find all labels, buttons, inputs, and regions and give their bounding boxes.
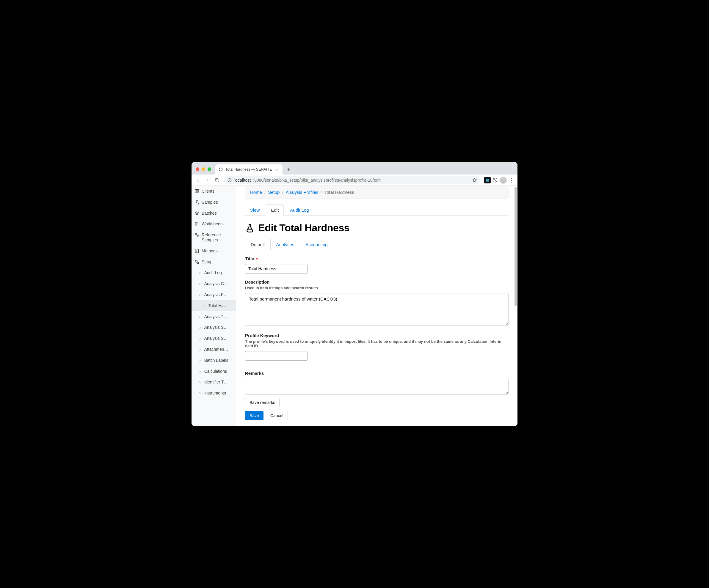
sidebar-subitem-attachment-types[interactable]: ›Attachmen… [191,344,236,355]
address-bar[interactable]: localhost:8080/senaite/bika_setup/bika_a… [224,176,480,184]
window-controls [194,167,213,175]
sidebar-item-label: Analysis P… [204,292,228,297]
sidebar-item-label: Clients [202,189,214,194]
batches-icon [194,211,199,215]
tab-favicon [218,167,223,172]
browser-window: Total Hardness — SENAITE × + localhost:8… [191,162,518,426]
profile-avatar[interactable] [500,177,507,184]
remarks-textarea[interactable] [245,379,508,395]
chevron-right-icon: › [199,369,201,374]
chevron-right-icon: › [199,314,201,319]
save-remarks-button[interactable]: Save remarks [245,398,280,407]
sidebar-item-label: Samples [202,200,218,205]
svg-point-11 [196,191,196,191]
profile-keyword-input[interactable] [245,351,308,360]
extension-react-icon[interactable] [484,177,491,183]
sidebar-item-label: Worksheets [202,221,224,226]
sidebar-subitem-analysis-templates[interactable]: ›Analysis T… [191,311,236,322]
sidebar-item-batches[interactable]: Batches [191,208,236,219]
svg-marker-0 [219,168,222,171]
bookmark-star-icon[interactable] [472,178,477,183]
field-label-text: Profile Keyword [245,333,279,338]
cancel-button[interactable]: Cancel [266,411,288,420]
breadcrumb-separator: / [282,190,283,195]
field-remarks: Remarks Save remarks [245,371,508,407]
sidebar-item-samples[interactable]: Samples [191,197,236,208]
form-actions: Save Cancel [245,411,508,420]
sidebar-item-clients[interactable]: Clients [191,186,236,197]
window-close-button[interactable] [196,167,199,171]
sidebar-subitem-analysis-profiles[interactable]: ›Analysis P… [191,289,236,300]
breadcrumb-home[interactable]: Home [250,190,262,195]
tab-close-button[interactable]: × [274,167,280,172]
breadcrumb-setup[interactable]: Setup [268,190,280,195]
field-title: Title ■ [245,256,508,273]
chevron-right-icon: › [199,336,201,341]
sidebar-subitem-total-hardness[interactable]: ›Total Ha… [191,300,236,311]
sidebar-item-methods[interactable]: Methods [191,245,236,257]
sidebar-item-setup[interactable]: Setup [191,257,236,268]
tab-view[interactable]: View [245,204,265,215]
sidebar-subitem-analysis-categories[interactable]: ›Analysis C… [191,278,236,289]
tab-title: Total Hardness — SENAITE [226,167,272,171]
chevron-right-icon: › [199,281,201,286]
setup-icon [194,260,199,264]
sidebar-subitem-analysis-services[interactable]: ›Analysis S… [191,322,236,333]
browser-tab[interactable]: Total Hardness — SENAITE × [215,164,283,175]
forward-button[interactable] [204,176,212,184]
reference-samples-icon [194,233,199,237]
window-minimize-button[interactable] [202,167,205,171]
sidebar-subitem-identifier-types[interactable]: ›Identifier T… [191,377,236,387]
object-tabs: View Edit Audit Log [245,204,508,215]
sidebar-item-label: Analysis C… [204,281,228,286]
reload-button[interactable] [213,176,221,184]
chevron-right-icon: › [199,270,201,275]
subtab-accounting[interactable]: Accounting [300,239,333,250]
sidebar-subitem-calculations[interactable]: ›Calculations [191,366,236,377]
sidebar-item-label: Calculations [204,369,227,374]
app-body: Clients Samples Batches Worksheets Refer… [191,186,518,426]
field-profile-keyword: Profile Keyword The profile's keyword is… [245,333,508,360]
sidebar-item-label: Reference Samples [202,233,233,243]
new-tab-button[interactable]: + [284,165,293,173]
sidebar-subitem-batch-labels[interactable]: ›Batch Labels [191,355,236,366]
extension-sync-icon[interactable] [492,177,498,183]
field-label-text: Remarks [245,371,264,376]
sidebar-item-label: Instruments [204,391,226,396]
sidebar-item-worksheets[interactable]: Worksheets [191,218,236,230]
sidebar-subitem-instruments[interactable]: ›Instruments [191,387,236,399]
subtab-analyses[interactable]: Analyses [271,239,300,250]
chevron-right-icon: › [199,380,201,385]
title-input[interactable] [245,264,308,273]
save-button[interactable]: Save [245,411,263,420]
sidebar-item-label: Batches [202,211,217,216]
breadcrumb: Home / Setup / Analysis Profiles / Total… [245,186,508,198]
breadcrumb-analysis-profiles[interactable]: Analysis Profiles [286,190,318,195]
chevron-right-icon: › [199,292,201,297]
description-textarea[interactable] [245,293,508,326]
flask-icon [245,223,255,233]
sidebar-item-label: Methods [202,248,218,253]
sidebar-item-label: Analysis T… [204,314,228,319]
breadcrumb-separator: / [321,190,322,195]
chevron-right-icon: › [204,303,205,308]
subtab-default[interactable]: Default [245,239,271,250]
sidebar-subitem-analysis-specs[interactable]: ›Analysis S… [191,333,236,344]
content-scroll[interactable]: Home / Setup / Analysis Profiles / Total… [236,186,518,426]
sidebar-item-reference-samples[interactable]: Reference Samples [191,230,236,245]
browser-menu-button[interactable]: ⋮ [508,177,515,183]
sidebar-item-label: Analysis S… [204,336,228,341]
svg-point-16 [195,260,198,263]
sidebar: Clients Samples Batches Worksheets Refer… [191,186,236,426]
tab-audit-log[interactable]: Audit Log [285,204,314,215]
window-zoom-button[interactable] [208,167,211,171]
tab-edit[interactable]: Edit [266,204,284,215]
site-info-icon[interactable] [227,178,232,183]
sidebar-subitem-audit-log[interactable]: ›Audit Log [191,267,236,278]
field-label-text: Description [245,279,270,285]
field-help-text: The profile's keyword is used to uniquel… [245,339,508,348]
sidebar-item-label: Identifier T… [204,380,228,385]
vertical-scrollbar[interactable] [515,187,517,306]
chevron-right-icon: › [199,358,201,363]
back-button[interactable] [194,176,202,184]
